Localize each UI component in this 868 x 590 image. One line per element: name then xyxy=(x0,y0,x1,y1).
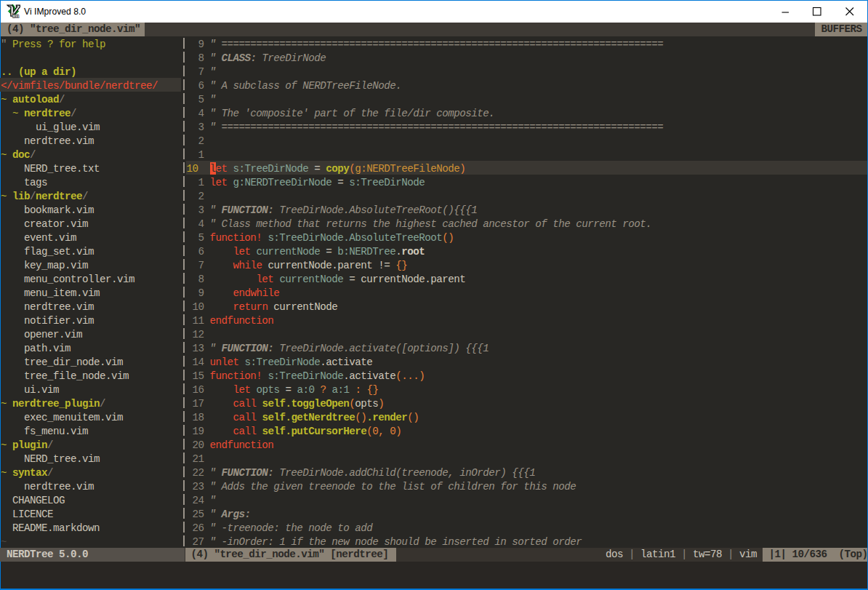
svg-text:im: im xyxy=(12,12,20,18)
